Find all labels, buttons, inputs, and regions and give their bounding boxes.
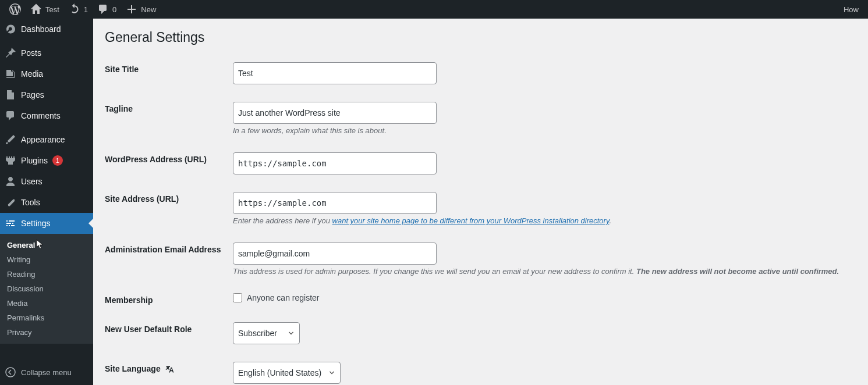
submenu-item-label: Reading [7,270,35,279]
row-site-title: Site Title [105,54,856,93]
main-content: General Settings Site Title Tagline In a… [93,19,868,385]
select-language[interactable]: English (United States) [233,362,341,384]
submenu-writing[interactable]: Writing [0,252,93,267]
dashboard-icon [5,23,16,35]
collapse-label: Collapse menu [21,368,72,377]
sidebar-item-pages[interactable]: Pages [0,84,93,105]
sidebar-item-label: Plugins [21,156,48,165]
hint-tagline: In a few words, explain what this site i… [233,126,856,135]
input-admin-email[interactable] [233,243,437,265]
cursor-icon [36,239,45,251]
submenu-item-label: Privacy [7,328,32,337]
sidebar-item-dashboard[interactable]: Dashboard [0,19,93,40]
sidebar-item-label: Settings [21,219,51,228]
updates-count: 1 [84,5,88,14]
submenu-item-label: Permalinks [7,313,44,322]
comments-link[interactable]: 0 [93,0,121,19]
new-label: New [141,5,156,14]
sidebar-item-label: Dashboard [21,24,61,34]
sidebar-item-label: Media [21,69,43,79]
checkbox-anyone-register[interactable] [233,293,242,302]
submenu-reading[interactable]: Reading [0,267,93,281]
sidebar-item-label: Appearance [21,135,65,144]
label-membership: Membership [105,293,233,305]
home-icon [30,3,42,15]
comment-icon [97,3,109,15]
submenu-privacy[interactable]: Privacy [0,325,93,340]
page-title: General Settings [105,24,856,54]
page-icon [5,89,16,101]
submenu-permalinks[interactable]: Permalinks [0,311,93,325]
label-admin-email: Administration Email Address [105,243,233,276]
wp-logo[interactable] [5,0,26,19]
sidebar-item-settings[interactable]: Settings [0,213,93,234]
submenu-item-label: General [7,241,35,249]
settings-form: Site Title Tagline In a few words, expla… [105,54,856,385]
pin-icon [5,47,16,59]
submenu-item-label: Media [7,299,27,308]
label-site-title: Site Title [105,62,233,84]
input-tagline[interactable] [233,102,437,124]
label-language: Site Language [105,362,233,384]
label-wp-url: WordPress Address (URL) [105,152,233,174]
submenu-general[interactable]: General [0,238,93,252]
translate-icon [165,365,175,374]
update-icon [69,3,80,15]
sidebar-item-posts[interactable]: Posts [0,42,93,63]
row-language: Site Language English (United States) [105,353,856,385]
sidebar-item-label: Tools [21,198,40,207]
row-membership: Membership Anyone can register [105,284,856,313]
plug-icon [5,155,16,166]
submenu-item-label: Writing [7,255,30,264]
label-tagline: Tagline [105,102,233,135]
sidebar-item-label: Users [21,177,42,186]
membership-checkbox-label: Anyone can register [247,293,320,302]
howdy-label: How [844,5,859,14]
admin-sidebar: Dashboard Posts Media Pages Comments App… [0,19,93,385]
comment-icon [5,110,16,122]
hint-admin-email: This address is used for admin purposes.… [233,267,856,276]
admin-bar: Test 1 0 New How [0,0,868,19]
sidebar-item-tools[interactable]: Tools [0,192,93,213]
wordpress-icon [9,3,21,15]
input-site-title[interactable] [233,62,437,84]
row-default-role: New User Default Role Subscriber [105,313,856,353]
membership-checkbox-wrap[interactable]: Anyone can register [233,293,856,302]
sidebar-item-users[interactable]: Users [0,171,93,192]
select-default-role[interactable]: Subscriber [233,322,300,344]
sidebar-item-label: Pages [21,90,44,99]
row-site-url: Site Address (URL) Enter the address her… [105,183,856,234]
sidebar-item-plugins[interactable]: Plugins 1 [0,150,93,171]
user-icon [5,176,16,187]
row-wp-url: WordPress Address (URL) [105,144,856,183]
sidebar-item-comments[interactable]: Comments [0,105,93,126]
svg-point-0 [6,368,15,377]
collapse-menu-button[interactable]: Collapse menu [0,362,93,385]
plugins-update-badge: 1 [52,155,63,166]
submenu-media[interactable]: Media [0,296,93,311]
sidebar-item-media[interactable]: Media [0,63,93,84]
input-wp-url[interactable] [233,152,437,174]
brush-icon [5,134,16,145]
input-site-url[interactable] [233,192,437,214]
howdy-link[interactable]: How [839,0,863,19]
media-icon [5,68,16,80]
row-admin-email: Administration Email Address This addres… [105,234,856,284]
sidebar-item-appearance[interactable]: Appearance [0,129,93,150]
row-tagline: Tagline In a few words, explain what thi… [105,93,856,144]
site-name-label: Test [45,5,59,14]
site-url-help-link[interactable]: want your site home page to be different… [332,216,610,225]
label-default-role: New User Default Role [105,322,233,344]
updates-link[interactable]: 1 [64,0,93,19]
site-name-link[interactable]: Test [26,0,64,19]
new-content-link[interactable]: New [121,0,161,19]
comments-count: 0 [112,5,116,14]
submenu-discussion[interactable]: Discussion [0,281,93,296]
plus-icon [126,3,137,15]
submenu-item-label: Discussion [7,284,44,293]
sliders-icon [5,218,16,229]
sidebar-item-label: Posts [21,48,41,58]
hint-site-url: Enter the address here if you want your … [233,216,856,225]
sidebar-item-label: Comments [21,111,61,120]
wrench-icon [5,197,16,208]
